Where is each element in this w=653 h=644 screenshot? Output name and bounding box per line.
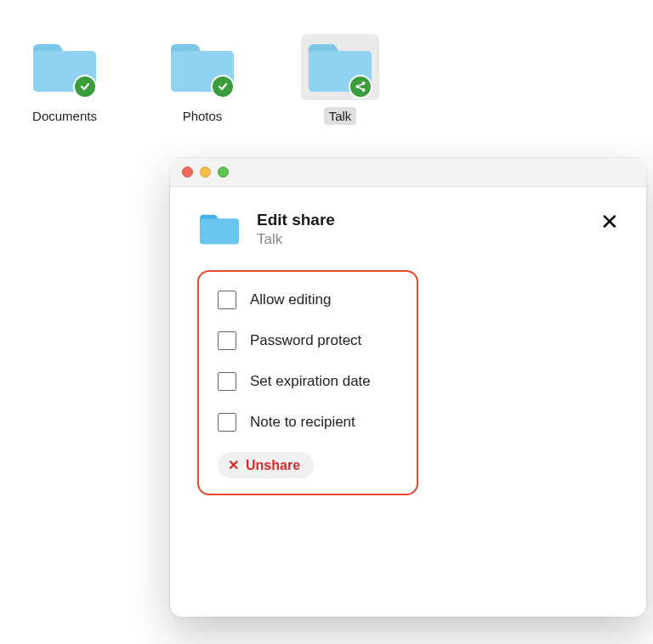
option-password-protect[interactable]: Password protect bbox=[218, 331, 398, 350]
option-set-expiration[interactable]: Set expiration date bbox=[218, 372, 398, 391]
unshare-label: Unshare bbox=[246, 458, 300, 473]
checkbox[interactable] bbox=[218, 291, 236, 309]
window-zoom-button[interactable] bbox=[218, 167, 229, 178]
folder-photos[interactable]: Photos bbox=[163, 34, 241, 125]
window-close-button[interactable] bbox=[182, 167, 193, 178]
titlebar bbox=[170, 158, 646, 187]
folder-talk[interactable]: Talk bbox=[301, 34, 379, 125]
folder-icon bbox=[26, 34, 104, 100]
folder-icon bbox=[163, 34, 241, 100]
checkbox[interactable] bbox=[218, 331, 236, 350]
folder-icon bbox=[197, 211, 241, 248]
check-badge-icon bbox=[211, 75, 235, 99]
dialog-body: ✕ Edit share Talk Allow editing Password… bbox=[170, 187, 646, 519]
close-icon[interactable]: ✕ bbox=[600, 211, 619, 233]
dialog-title: Edit share bbox=[257, 211, 335, 229]
window-minimize-button[interactable] bbox=[200, 167, 211, 178]
folder-icon bbox=[301, 34, 379, 100]
checkbox-label: Set expiration date bbox=[250, 373, 371, 390]
edit-share-dialog: ✕ Edit share Talk Allow editing Password… bbox=[170, 158, 646, 617]
share-badge-icon bbox=[349, 75, 372, 99]
unshare-button[interactable]: ✕ Unshare bbox=[218, 452, 314, 478]
checkbox-label: Note to recipient bbox=[250, 414, 355, 431]
folder-label: Photos bbox=[178, 107, 228, 125]
folder-label: Talk bbox=[324, 107, 357, 125]
check-badge-icon bbox=[73, 75, 97, 99]
dialog-title-block: Edit share Talk bbox=[257, 211, 335, 248]
desktop: Documents Photos bbox=[0, 0, 653, 159]
option-allow-editing[interactable]: Allow editing bbox=[218, 291, 398, 309]
x-icon: ✕ bbox=[228, 457, 239, 473]
checkbox[interactable] bbox=[218, 413, 236, 432]
options-panel: Allow editing Password protect Set expir… bbox=[197, 270, 418, 495]
dialog-header: Edit share Talk bbox=[197, 211, 619, 248]
option-note-recipient[interactable]: Note to recipient bbox=[218, 413, 398, 432]
checkbox-label: Password protect bbox=[250, 332, 361, 349]
checkbox-label: Allow editing bbox=[250, 291, 331, 308]
checkbox[interactable] bbox=[218, 372, 236, 391]
dialog-subtitle: Talk bbox=[257, 231, 335, 248]
folder-label: Documents bbox=[27, 107, 102, 125]
folder-documents[interactable]: Documents bbox=[26, 34, 104, 125]
